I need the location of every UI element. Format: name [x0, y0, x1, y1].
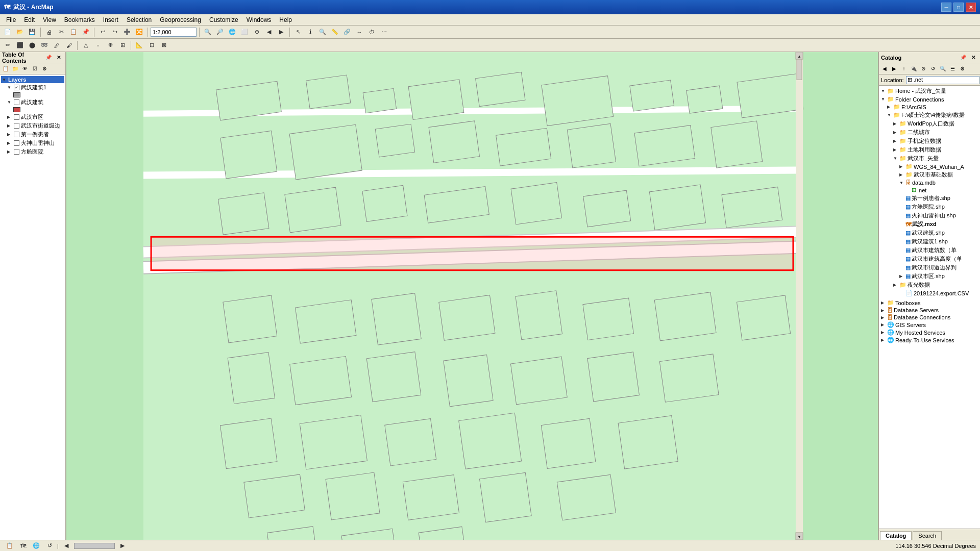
location-input[interactable]: [906, 76, 979, 84]
save-button[interactable]: 💾: [27, 27, 38, 38]
checkbox-5[interactable]: [14, 140, 19, 146]
checkbox-1[interactable]: [14, 99, 19, 105]
cat-item-landuse[interactable]: ▶ 📁 土地利用数据: [880, 145, 979, 154]
snap-btn3[interactable]: ⊠: [158, 40, 169, 51]
fix-button[interactable]: ⊕: [251, 27, 262, 38]
status-layout-nav[interactable]: ↺: [44, 540, 55, 552]
toc-list-by-visibility[interactable]: 👁: [20, 64, 30, 73]
add-data-button[interactable]: ➕: [121, 27, 133, 38]
undo-button[interactable]: ↩: [97, 27, 108, 38]
cat-item-home[interactable]: ▼ 📁 Home - 武汉市_矢量: [880, 87, 979, 95]
checkbox-2[interactable]: [14, 114, 19, 120]
snap-btn2[interactable]: ⊡: [146, 40, 157, 51]
minimize-button[interactable]: ─: [941, 3, 951, 12]
cat-item-mxd[interactable]: 🗺 武汉.mxd: [880, 220, 979, 229]
menu-customize[interactable]: Customize: [205, 15, 242, 24]
cat-view-btn[interactable]: ☰: [948, 64, 957, 73]
cat-refresh-btn[interactable]: ↺: [928, 64, 938, 73]
menu-help[interactable]: Help: [275, 15, 296, 24]
toc-item-wuhan-building1[interactable]: ▼ ✓ 武汉建筑1: [5, 83, 64, 92]
extent-button[interactable]: ⬜: [239, 27, 250, 38]
toc-item-wuhan-building[interactable]: ▼ 武汉建筑: [5, 98, 64, 107]
checkbox-4[interactable]: [14, 132, 19, 137]
cat-item-db-servers[interactable]: ▶ 🗄 Database Servers: [880, 307, 979, 314]
toc-options[interactable]: ⚙: [40, 64, 49, 73]
paste-button[interactable]: 📌: [80, 27, 91, 38]
cat-item-gis-servers[interactable]: ▶ 🌐 GIS Servers: [880, 321, 979, 329]
cat-item-nightlight[interactable]: ▶ 📁 夜光数据: [880, 281, 979, 289]
draw-btn6[interactable]: 🖌: [63, 40, 75, 51]
draw-btn4[interactable]: ➿: [39, 40, 50, 51]
horizontal-scrollbar[interactable]: [74, 543, 115, 549]
cat-item-building-num[interactable]: ▦ 武汉市建筑数（单: [880, 246, 979, 255]
status-scroll-left[interactable]: ◀: [61, 540, 72, 552]
cat-item-street-boundary[interactable]: ▦ 武汉市街道边界判: [880, 263, 979, 272]
toc-group-header-layers[interactable]: ▼ Layers: [1, 76, 64, 83]
globe-button[interactable]: 🌐: [227, 27, 238, 38]
back-button[interactable]: ◀: [263, 27, 275, 38]
info-button[interactable]: ℹ: [305, 27, 316, 38]
cat-disconnect-btn[interactable]: ⊘: [919, 64, 928, 73]
draw-btn2[interactable]: ⬛: [14, 40, 26, 51]
cat-item-export-csv[interactable]: 📄 20191224.export.CSV: [880, 289, 979, 297]
find-button[interactable]: 🔍: [317, 27, 328, 38]
cat-item-building-shp[interactable]: ▦ 武汉建筑.shp: [880, 229, 979, 237]
new-button[interactable]: 📄: [2, 27, 13, 38]
cat-connect-btn[interactable]: 🔌: [909, 64, 918, 73]
toc-list-by-drawing[interactable]: 📋: [1, 64, 10, 73]
cat-item-arcgis[interactable]: ▶ 📁 E:\ArcGIS: [880, 103, 979, 111]
cat-item-wuhan-vector[interactable]: ▼ 📁 武汉市_矢量: [880, 154, 979, 163]
print-button[interactable]: 🖨: [43, 27, 55, 38]
nav-button[interactable]: 🔀: [134, 27, 145, 38]
status-data-btn[interactable]: 🗺: [17, 540, 29, 552]
cat-item-datamdb[interactable]: ▼ 🗄 data.mdb: [880, 179, 979, 186]
menu-file[interactable]: File: [2, 15, 20, 24]
edit-btn3[interactable]: ⁜: [105, 40, 116, 51]
hyperlink-button[interactable]: 🔗: [341, 27, 353, 38]
snap-btn1[interactable]: 📐: [134, 40, 145, 51]
status-scroll-right[interactable]: ▶: [117, 540, 128, 552]
catalog-pin-btn[interactable]: 📌: [959, 53, 968, 62]
close-button[interactable]: ✕: [966, 3, 976, 12]
cat-item-db-connections[interactable]: ▶ 🗄 Database Connections: [880, 314, 979, 321]
zoom-in-button[interactable]: 🔍: [202, 27, 213, 38]
cat-item-building1-shp[interactable]: ▦ 武汉建筑1.shp: [880, 237, 979, 246]
toc-item-first-patient[interactable]: ▶ 第一例患者: [5, 130, 64, 139]
menu-view[interactable]: View: [39, 15, 60, 24]
checkbox-6[interactable]: [14, 149, 19, 155]
cat-item-huoshen-shp[interactable]: ▦ 火神山雷神山.shp: [880, 211, 979, 220]
cat-item-fangcang-shp[interactable]: ▦ 方舱医院.shp: [880, 203, 979, 211]
cat-item-district-shp[interactable]: ▶ ▦ 武汉市区.shp: [880, 272, 979, 281]
edit-btn1[interactable]: △: [80, 40, 91, 51]
search-tab[interactable]: Search: [913, 531, 942, 540]
cat-up-btn[interactable]: ↑: [899, 64, 909, 73]
cat-item-cities[interactable]: ▶ 📁 二线城市: [880, 128, 979, 137]
copy-button[interactable]: 📋: [68, 27, 79, 38]
map-area[interactable]: ▲ ▼: [66, 52, 878, 540]
toc-list-by-source[interactable]: 📁: [11, 64, 20, 73]
status-layout-btn[interactable]: 📋: [4, 540, 15, 552]
cat-back-btn[interactable]: ◀: [880, 64, 889, 73]
swipe-button[interactable]: ↔: [354, 27, 365, 38]
cat-item-firstpatient[interactable]: ▦ 第一例患者.shp: [880, 194, 979, 203]
measure-button[interactable]: 📏: [329, 27, 340, 38]
draw-btn5[interactable]: 🖊: [51, 40, 62, 51]
menu-bookmarks[interactable]: Bookmarks: [60, 15, 99, 24]
cat-item-building-height[interactable]: ▦ 武汉市建筑高度（单: [880, 255, 979, 263]
edit-btn4[interactable]: ⊞: [117, 40, 128, 51]
cat-item-mobile[interactable]: ▶ 📁 手机定位数据: [880, 137, 979, 145]
catalog-tab[interactable]: Catalog: [880, 531, 912, 540]
cat-item-ready[interactable]: ▶ 🌐 Ready-To-Use Services: [880, 336, 979, 344]
forward-button[interactable]: ▶: [276, 27, 287, 38]
redo-button[interactable]: ↪: [109, 27, 120, 38]
menu-geoprocessing[interactable]: Geoprocessing: [156, 15, 205, 24]
cat-item-basic[interactable]: ▶ 📁 武汉市基础数据: [880, 170, 979, 179]
cut-button[interactable]: ✂: [56, 27, 67, 38]
checkbox-3[interactable]: [14, 123, 19, 129]
menu-edit[interactable]: Edit: [20, 15, 39, 24]
more-button[interactable]: ⋯: [378, 27, 389, 38]
toc-close-btn[interactable]: ✕: [54, 53, 63, 62]
checkbox-0[interactable]: ✓: [14, 85, 19, 90]
menu-insert[interactable]: Insert: [99, 15, 122, 24]
status-scene-btn[interactable]: 🌐: [31, 540, 42, 552]
